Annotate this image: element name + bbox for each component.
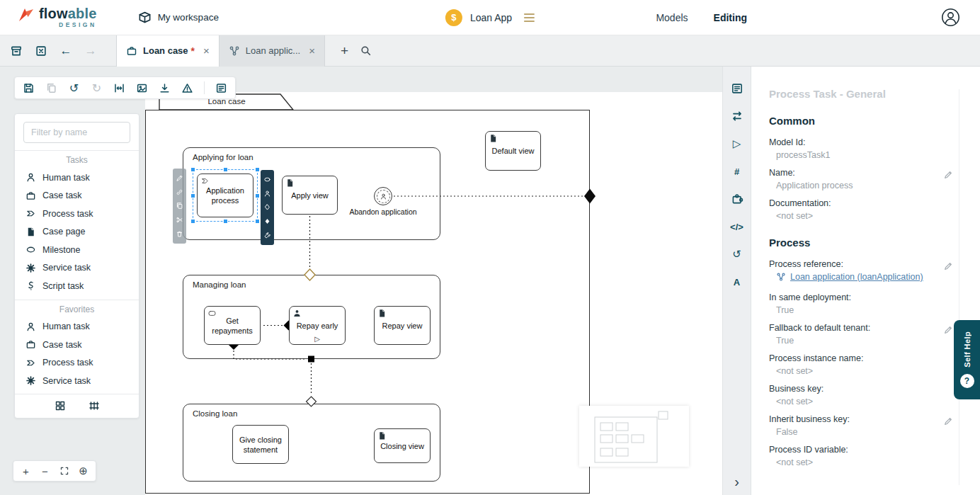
- fit-to-screen-icon[interactable]: [55, 462, 73, 479]
- hash-icon[interactable]: #: [731, 165, 743, 178]
- play-icon[interactable]: ▷: [731, 137, 743, 150]
- copy-icon[interactable]: [45, 82, 57, 94]
- task-give-closing-statement[interactable]: Give closing statement: [232, 425, 289, 464]
- zoom-out-icon[interactable]: −: [36, 462, 54, 479]
- close-model-icon[interactable]: [35, 45, 47, 57]
- link-icon[interactable]: [176, 188, 183, 196]
- attributes-panel-icon[interactable]: [731, 82, 743, 95]
- edit-icon[interactable]: [176, 174, 183, 182]
- selection-handle[interactable]: [190, 219, 195, 224]
- manual-activation-decorator: ▷: [314, 335, 320, 344]
- app-header: flowable DESIGN My workspace $ Loan App …: [0, 0, 980, 35]
- export-image-icon[interactable]: [136, 82, 148, 94]
- form-properties-icon[interactable]: [215, 82, 227, 94]
- case-task-icon: [25, 190, 36, 201]
- collapse-panel-icon[interactable]: ›: [731, 475, 743, 488]
- palette-item-fav-human-task[interactable]: Human task: [15, 318, 139, 336]
- palette-item-script-task[interactable]: Script task: [15, 277, 139, 295]
- edit-pencil-icon[interactable]: [943, 261, 953, 271]
- undo-icon[interactable]: ↺: [68, 82, 80, 94]
- tab-loan-case[interactable]: Loan case * ×: [117, 35, 220, 67]
- redo-icon[interactable]: ↻: [91, 82, 103, 94]
- nav-editing[interactable]: Editing: [714, 12, 747, 23]
- palette-item-milestone[interactable]: Milestone: [15, 241, 139, 259]
- fit-width-icon[interactable]: [113, 82, 125, 94]
- selection-handle[interactable]: [255, 193, 260, 198]
- self-help-tab[interactable]: Self Help ?: [954, 320, 980, 399]
- process-diagram-icon: [229, 45, 240, 57]
- grid-view-icon[interactable]: [55, 400, 66, 411]
- user-avatar[interactable]: [941, 8, 960, 27]
- task-repay-early[interactable]: Repay early ▷: [289, 306, 346, 345]
- tab-loan-application[interactable]: Loan applic... ×: [220, 35, 325, 67]
- selection-handle[interactable]: [190, 193, 195, 198]
- extensions-puzzle-icon[interactable]: [731, 193, 743, 205]
- flowable-logo: flowable DESIGN: [18, 6, 97, 28]
- selection-handle[interactable]: [190, 167, 195, 172]
- edit-pencil-icon[interactable]: [943, 325, 953, 335]
- edit-pencil-icon[interactable]: [943, 170, 953, 180]
- save-icon[interactable]: [23, 82, 35, 94]
- selection-handle[interactable]: [255, 219, 260, 224]
- close-tab-icon[interactable]: ×: [203, 45, 210, 57]
- nav-models[interactable]: Models: [656, 12, 688, 23]
- properties-panel: Process Task - General Common Model Id: …: [751, 67, 980, 495]
- copy-icon[interactable]: [176, 202, 183, 210]
- selection-handle[interactable]: [223, 219, 228, 224]
- selection-handle[interactable]: [255, 167, 260, 172]
- deploy-icon[interactable]: [10, 45, 23, 57]
- human-task-option-icon[interactable]: [263, 190, 271, 198]
- code-icon[interactable]: </>: [731, 220, 743, 233]
- task-apply-view[interactable]: Apply view: [282, 176, 338, 215]
- process-diagram-icon: [776, 272, 786, 282]
- diagram-canvas: Applying for loan Managing loan Closing …: [0, 67, 722, 495]
- sentry-option-icon[interactable]: [263, 203, 271, 211]
- edit-pencil-icon[interactable]: [943, 416, 953, 426]
- history-icon[interactable]: ↺: [731, 248, 743, 261]
- app-menu-icon[interactable]: [524, 13, 535, 22]
- event-listener-abandon[interactable]: [374, 187, 392, 205]
- task-closing-view[interactable]: Closing view: [374, 428, 431, 463]
- forward-icon[interactable]: →: [84, 45, 97, 57]
- download-icon[interactable]: [159, 82, 171, 94]
- text-style-icon[interactable]: A: [731, 275, 743, 288]
- palette-item-service-task[interactable]: Service task: [15, 259, 139, 278]
- palette-item-case-task[interactable]: Case task: [15, 187, 139, 205]
- palette-item-fav-service-task[interactable]: Service task: [15, 372, 139, 390]
- process-task-icon: [25, 208, 36, 219]
- columns-view-icon[interactable]: [89, 400, 100, 411]
- selection-handle[interactable]: [223, 167, 228, 172]
- milestone-option-icon[interactable]: [263, 176, 271, 183]
- mapping-icon[interactable]: [731, 110, 743, 123]
- app-switcher[interactable]: $ Loan App: [445, 9, 535, 26]
- search-icon[interactable]: [360, 45, 372, 57]
- close-tab-icon[interactable]: ×: [309, 45, 315, 57]
- delete-icon[interactable]: [176, 230, 183, 238]
- human-task-icon: [25, 172, 36, 183]
- task-label: Repay early: [297, 322, 338, 331]
- task-get-repayments[interactable]: Get repayments: [204, 306, 261, 345]
- validation-warning-icon[interactable]: [181, 82, 193, 94]
- palette-item-fav-process-task[interactable]: Process task: [15, 354, 139, 372]
- center-view-icon[interactable]: ⊕: [74, 462, 92, 479]
- palette-item-fav-case-task[interactable]: Case task: [15, 336, 139, 354]
- settings-wrench-icon[interactable]: [263, 232, 271, 239]
- palette-filter-input[interactable]: [23, 122, 130, 143]
- minimap[interactable]: [579, 406, 689, 467]
- palette-section-tasks: Tasks: [15, 150, 139, 169]
- palette-item-process-task[interactable]: Process task: [15, 205, 139, 223]
- back-icon[interactable]: ←: [59, 45, 72, 57]
- cut-icon[interactable]: [176, 216, 183, 224]
- task-repay-view[interactable]: Repay view: [374, 306, 431, 345]
- new-tab-icon[interactable]: +: [341, 43, 348, 59]
- process-reference-link[interactable]: Loan application (loanApplication): [776, 272, 923, 282]
- case-page-icon: [285, 178, 295, 188]
- zoom-in-icon[interactable]: +: [17, 462, 35, 479]
- workspace-switcher[interactable]: My workspace: [138, 11, 219, 24]
- palette-item-human-task[interactable]: Human task: [15, 169, 139, 187]
- field-process-id-variable: Process ID variable: <not set>: [769, 445, 980, 467]
- task-default-view[interactable]: Default view: [485, 131, 541, 171]
- exit-sentry-option-icon[interactable]: [263, 217, 271, 225]
- field-fallback-default-tenant: Fallback to default tenant: True: [769, 323, 980, 346]
- palette-item-case-page[interactable]: Case page: [15, 223, 139, 241]
